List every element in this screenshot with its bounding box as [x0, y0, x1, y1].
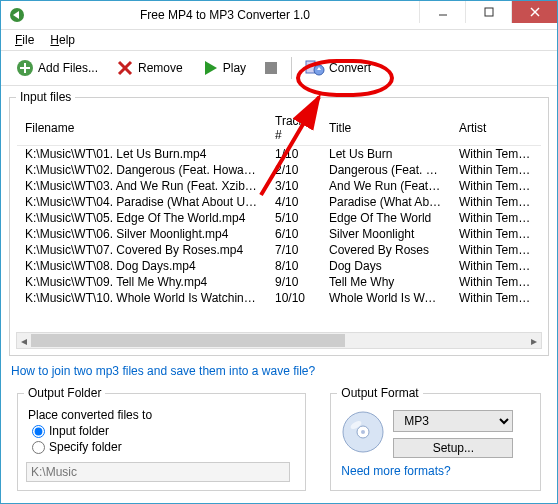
add-files-button[interactable]: Add Files... — [9, 55, 105, 81]
cell-title: Whole World Is Watchi... — [321, 290, 451, 306]
table-row[interactable]: K:\Music\WT\07. Covered By Roses.mp47/10… — [17, 242, 541, 258]
cell-file: K:\Music\WT\02. Dangerous (Feat. Howard … — [17, 162, 267, 178]
cell-artist: Within Temptat — [451, 290, 541, 306]
cell-artist: Within Temptat — [451, 226, 541, 242]
cell-artist: Within Temptat — [451, 178, 541, 194]
table-row[interactable]: K:\Music\WT\09. Tell Me Why.mp49/10Tell … — [17, 274, 541, 290]
minimize-icon — [438, 7, 448, 17]
cell-track: 1/10 — [267, 146, 321, 163]
help-link[interactable]: How to join two mp3 files and save them … — [1, 360, 557, 382]
scroll-left-arrow[interactable]: ◂ — [17, 333, 31, 348]
app-window: Free MP4 to MP3 Converter 1.0 File Help … — [0, 0, 558, 504]
radio-input-folder[interactable] — [32, 425, 45, 438]
stop-button[interactable] — [257, 57, 285, 79]
convert-button[interactable]: Convert — [298, 55, 378, 81]
cell-artist: Within Temptat — [451, 258, 541, 274]
input-files-group: Input files Filename Track # Title Artis… — [9, 90, 549, 356]
file-list[interactable]: Filename Track # Title Artist K:\Music\W… — [16, 110, 542, 330]
cell-artist: Within Temptat — [451, 242, 541, 258]
more-formats-link[interactable]: Need more formats? — [337, 462, 534, 480]
cell-track: 7/10 — [267, 242, 321, 258]
cell-title: And We Run (Feat. Xzi... — [321, 178, 451, 194]
cell-file: K:\Music\WT\10. Whole World Is Watching … — [17, 290, 267, 306]
cell-file: K:\Music\WT\08. Dog Days.mp4 — [17, 258, 267, 274]
table-row[interactable]: K:\Music\WT\03. And We Run (Feat. Xzibit… — [17, 178, 541, 194]
radio-specify-folder[interactable] — [32, 441, 45, 454]
menu-file[interactable]: File — [7, 31, 42, 49]
table-row[interactable]: K:\Music\WT\05. Edge Of The World.mp45/1… — [17, 210, 541, 226]
cell-artist: Within Temptat — [451, 162, 541, 178]
remove-icon — [116, 59, 134, 77]
play-label: Play — [223, 61, 246, 75]
col-title[interactable]: Title — [321, 111, 451, 146]
cell-title: Covered By Roses — [321, 242, 451, 258]
col-artist[interactable]: Artist — [451, 111, 541, 146]
cell-track: 2/10 — [267, 162, 321, 178]
table-row[interactable]: K:\Music\WT\08. Dog Days.mp48/10Dog Days… — [17, 258, 541, 274]
table-row[interactable]: K:\Music\WT\04. Paradise (What About Us)… — [17, 194, 541, 210]
cell-track: 3/10 — [267, 178, 321, 194]
add-icon — [16, 59, 34, 77]
close-button[interactable] — [511, 1, 557, 23]
input-files-legend: Input files — [16, 90, 75, 104]
cell-file: K:\Music\WT\07. Covered By Roses.mp4 — [17, 242, 267, 258]
cell-title: Let Us Burn — [321, 146, 451, 163]
cell-file: K:\Music\WT\06. Silver Moonlight.mp4 — [17, 226, 267, 242]
table-header: Filename Track # Title Artist — [17, 111, 541, 146]
remove-button[interactable]: Remove — [109, 55, 190, 81]
minimize-button[interactable] — [419, 1, 465, 23]
titlebar: Free MP4 to MP3 Converter 1.0 — [1, 1, 557, 30]
radio-input-folder-label: Input folder — [49, 424, 109, 438]
cell-artist: Within Temptat — [451, 146, 541, 163]
output-folder-group: Output Folder Place converted files to I… — [17, 386, 306, 491]
svg-point-15 — [361, 430, 365, 434]
cell-track: 10/10 — [267, 290, 321, 306]
convert-icon — [305, 59, 325, 77]
output-format-group: Output Format MP3 Setup... Need more for… — [330, 386, 541, 491]
cell-file: K:\Music\WT\09. Tell Me Why.mp4 — [17, 274, 267, 290]
play-button[interactable]: Play — [194, 55, 253, 81]
svg-rect-10 — [265, 62, 277, 74]
app-icon — [9, 7, 25, 23]
output-folder-legend: Output Folder — [24, 386, 105, 400]
cell-track: 6/10 — [267, 226, 321, 242]
cell-title: Paradise (What About ... — [321, 194, 451, 210]
window-title: Free MP4 to MP3 Converter 1.0 — [31, 8, 419, 22]
horizontal-scrollbar[interactable]: ◂ ▸ — [16, 332, 542, 349]
cell-title: Dog Days — [321, 258, 451, 274]
table-row[interactable]: K:\Music\WT\06. Silver Moonlight.mp46/10… — [17, 226, 541, 242]
cell-title: Dangerous (Feat. How... — [321, 162, 451, 178]
cell-file: K:\Music\WT\05. Edge Of The World.mp4 — [17, 210, 267, 226]
table-row[interactable]: K:\Music\WT\02. Dangerous (Feat. Howard … — [17, 162, 541, 178]
cell-title: Tell Me Why — [321, 274, 451, 290]
output-folder-label: Place converted files to — [28, 408, 299, 422]
close-icon — [530, 7, 540, 17]
cell-file: K:\Music\WT\03. And We Run (Feat. Xzibit… — [17, 178, 267, 194]
cell-track: 4/10 — [267, 194, 321, 210]
scroll-thumb[interactable] — [31, 334, 345, 347]
scroll-right-arrow[interactable]: ▸ — [527, 333, 541, 348]
cd-icon — [341, 410, 385, 454]
maximize-button[interactable] — [465, 1, 511, 23]
play-icon — [201, 59, 219, 77]
menubar: File Help — [1, 30, 557, 51]
col-filename[interactable]: Filename — [17, 111, 267, 146]
folder-path-input — [26, 462, 290, 482]
cell-track: 5/10 — [267, 210, 321, 226]
cell-file: K:\Music\WT\04. Paradise (What About Us)… — [17, 194, 267, 210]
setup-button[interactable]: Setup... — [393, 438, 513, 458]
table-row[interactable]: K:\Music\WT\01. Let Us Burn.mp41/10Let U… — [17, 146, 541, 163]
table-row[interactable]: K:\Music\WT\10. Whole World Is Watching … — [17, 290, 541, 306]
add-files-label: Add Files... — [38, 61, 98, 75]
toolbar-separator — [291, 57, 292, 79]
convert-label: Convert — [329, 61, 371, 75]
output-format-legend: Output Format — [337, 386, 422, 400]
stop-icon — [264, 61, 278, 75]
cell-track: 9/10 — [267, 274, 321, 290]
col-track[interactable]: Track # — [267, 111, 321, 146]
format-select[interactable]: MP3 — [393, 410, 513, 432]
window-controls — [419, 1, 557, 23]
cell-artist: Within Temptat — [451, 194, 541, 210]
menu-help[interactable]: Help — [42, 31, 83, 49]
radio-specify-folder-label: Specify folder — [49, 440, 122, 454]
